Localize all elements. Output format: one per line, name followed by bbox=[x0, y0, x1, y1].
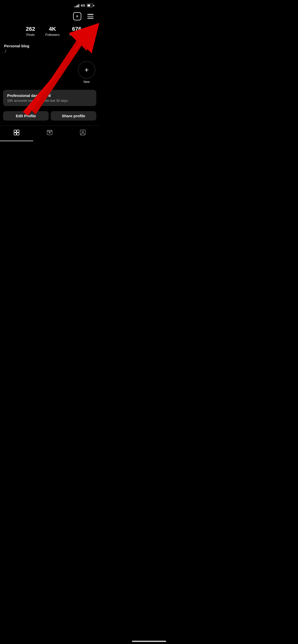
svg-rect-4 bbox=[14, 133, 16, 135]
followers-label: Followers bbox=[45, 33, 60, 37]
svg-point-10 bbox=[51, 130, 51, 131]
add-content-button[interactable]: + bbox=[72, 11, 82, 21]
svg-rect-5 bbox=[17, 133, 19, 135]
signal-bar-3 bbox=[77, 5, 78, 7]
svg-point-13 bbox=[82, 131, 84, 133]
new-story-plus-icon: + bbox=[85, 66, 89, 74]
status-bar: 4G bbox=[0, 0, 99, 9]
tagged-icon bbox=[80, 129, 86, 137]
bio-name: Personal blog bbox=[4, 44, 95, 48]
posts-count: 262 bbox=[26, 26, 35, 32]
stat-followers[interactable]: 4K Followers bbox=[45, 26, 60, 37]
pro-dashboard-subtitle: 10K accounts reached in the last 30 days… bbox=[7, 99, 92, 103]
new-story-button[interactable]: + New bbox=[78, 61, 95, 84]
grid-icon bbox=[13, 129, 20, 137]
following-label: Following bbox=[70, 33, 84, 37]
content-tabs bbox=[0, 126, 99, 141]
signal-bar-4 bbox=[78, 4, 79, 7]
signal-bar-2 bbox=[76, 6, 77, 7]
signal-bars bbox=[75, 4, 79, 7]
followers-count: 4K bbox=[49, 26, 56, 32]
posts-label: Posts bbox=[26, 33, 35, 37]
battery bbox=[87, 4, 94, 7]
add-content-icon: + bbox=[73, 12, 81, 20]
profile-stats: 262 Posts 4K Followers 676 Following bbox=[10, 23, 99, 42]
share-profile-button[interactable]: Share profile bbox=[51, 111, 96, 121]
svg-marker-11 bbox=[49, 132, 50, 133]
network-label: 4G bbox=[81, 4, 85, 7]
new-story-circle: + bbox=[78, 61, 95, 79]
stat-posts[interactable]: 262 Posts bbox=[26, 26, 35, 37]
reels-icon bbox=[47, 129, 53, 137]
battery-tip bbox=[93, 5, 94, 6]
action-buttons: Edit Profile Share profile bbox=[0, 108, 99, 124]
svg-rect-3 bbox=[17, 130, 19, 132]
pro-dashboard-title: Professional dashboard bbox=[7, 93, 92, 98]
menu-button[interactable] bbox=[86, 11, 95, 21]
hamburger-menu-icon bbox=[87, 14, 93, 19]
svg-point-9 bbox=[48, 130, 48, 131]
battery-fill bbox=[88, 5, 90, 6]
highlights-area: + New bbox=[0, 57, 99, 88]
battery-body bbox=[87, 4, 93, 7]
hamburger-line-2 bbox=[87, 16, 93, 17]
new-story-label: New bbox=[84, 80, 90, 84]
professional-dashboard[interactable]: Professional dashboard 10K accounts reac… bbox=[3, 90, 96, 106]
hamburger-line-3 bbox=[87, 18, 93, 19]
tagged-tab[interactable] bbox=[66, 126, 99, 141]
bio-text: ./ bbox=[4, 49, 95, 53]
top-nav: + bbox=[0, 9, 99, 23]
svg-rect-2 bbox=[14, 130, 16, 132]
reels-tab[interactable] bbox=[33, 126, 66, 141]
signal-bar-1 bbox=[75, 6, 75, 7]
stat-following[interactable]: 676 Following bbox=[70, 26, 84, 37]
following-count: 676 bbox=[72, 26, 82, 32]
grid-tab[interactable] bbox=[0, 126, 33, 141]
hamburger-line-1 bbox=[87, 14, 93, 15]
edit-profile-button[interactable]: Edit Profile bbox=[3, 111, 49, 121]
bio-area: Personal blog ./ bbox=[0, 42, 99, 57]
